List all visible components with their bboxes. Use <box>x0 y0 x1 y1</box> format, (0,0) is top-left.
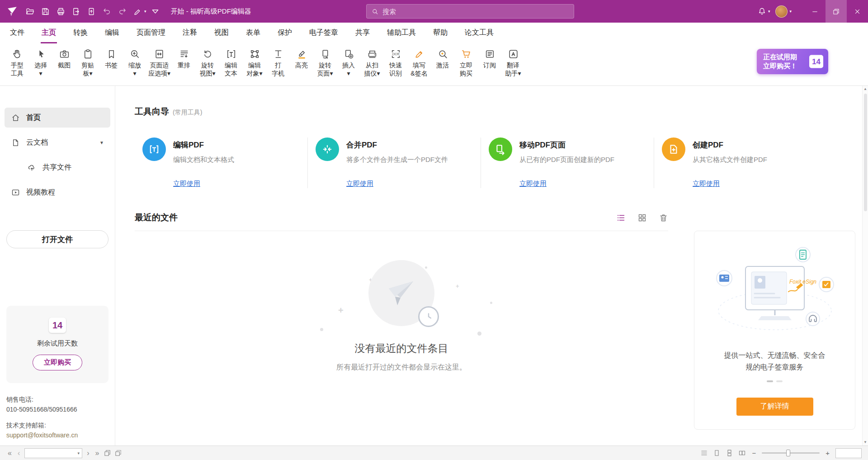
ribbon-tool-scanner[interactable]: 从扫描仪▾ <box>360 47 384 78</box>
learn-more-button[interactable]: 了解详情 <box>736 398 813 416</box>
sidebar-item-cloud-docs[interactable]: 云文档 ▼ <box>5 133 110 152</box>
menu-view[interactable]: 视图 <box>213 28 230 43</box>
menu-share[interactable]: 共享 <box>354 28 371 43</box>
create-pdf-use-now-link[interactable]: 立即使用 <box>693 180 720 188</box>
single-page-view-button[interactable] <box>713 449 721 457</box>
notifications-caret-icon[interactable]: ▾ <box>768 9 770 14</box>
first-page-button[interactable]: « <box>6 449 13 457</box>
menu-page-management[interactable]: 页面管理 <box>136 28 166 43</box>
save-icon[interactable] <box>38 3 53 19</box>
reading-mode-button[interactable] <box>700 449 708 457</box>
cascade-windows-button[interactable] <box>114 449 122 457</box>
scroll-down-button[interactable]: ▼ <box>863 439 867 446</box>
open-file-button[interactable]: 打开文件 <box>6 230 108 248</box>
ribbon-tool-select[interactable]: 选择▾ <box>29 47 52 78</box>
notifications-bell-icon[interactable] <box>755 3 769 19</box>
redo-icon[interactable] <box>115 3 130 19</box>
ribbon-tool-edit-object[interactable]: 编辑对象▾ <box>243 47 266 78</box>
ribbon-tool-rotate-pages[interactable]: 旋转页面▾ <box>313 47 337 78</box>
ribbon-tool-buy[interactable]: 立即购买 <box>454 47 478 78</box>
zoom-out-button[interactable]: − <box>751 449 757 457</box>
page-dropdown-caret-icon[interactable]: ▾ <box>75 451 82 455</box>
buy-now-button[interactable]: 立即购买 <box>33 355 82 370</box>
print-icon[interactable] <box>53 3 68 19</box>
cloud-docs-caret-icon[interactable]: ▼ <box>99 140 104 145</box>
facing-view-button[interactable] <box>738 449 746 457</box>
vertical-scrollbar[interactable]: ▲ ▼ <box>862 86 868 446</box>
menu-convert[interactable]: 转换 <box>72 28 89 43</box>
export-pdf-icon[interactable] <box>69 3 84 19</box>
user-avatar[interactable] <box>775 5 788 18</box>
ribbon-tool-clipboard[interactable]: 剪贴板▾ <box>76 47 99 78</box>
carousel-dot-active[interactable] <box>767 380 773 382</box>
zoom-slider-thumb[interactable] <box>786 450 790 456</box>
merge-pdf-use-now-link[interactable]: 立即使用 <box>346 180 373 188</box>
account-caret-icon[interactable]: ▾ <box>789 9 792 14</box>
list-view-button[interactable] <box>616 213 626 223</box>
tile-windows-button[interactable] <box>104 449 111 457</box>
ribbon-tool-hand[interactable]: 手型工具 <box>5 47 29 78</box>
sidebar-item-home[interactable]: 首页 <box>5 108 110 128</box>
fit-page-icon <box>154 47 165 61</box>
search-bar[interactable] <box>366 4 574 19</box>
trial-period-badge[interactable]: 正在试用期 立即购买！ 14 <box>757 49 828 74</box>
search-icon <box>371 8 379 15</box>
ribbon-tool-typewriter[interactable]: 打字机 <box>266 47 290 78</box>
ribbon-tool-rotate-view[interactable]: 旋转视图▾ <box>196 47 219 78</box>
sidebar-item-shared-files[interactable]: 共享文件 <box>5 157 110 177</box>
scrollbar-thumb[interactable] <box>864 94 867 211</box>
move-pages-use-now-link[interactable]: 立即使用 <box>519 180 547 188</box>
minimize-button[interactable] <box>804 0 826 23</box>
share-document-icon[interactable] <box>84 3 99 19</box>
ribbon-tool-reflow[interactable]: 重排 <box>172 47 196 78</box>
page-number-input[interactable] <box>25 450 75 456</box>
esign-caret-icon[interactable]: ▾ <box>144 9 146 14</box>
ribbon-tool-bookmark[interactable]: 书签 <box>99 47 123 78</box>
ribbon-tool-edit-text[interactable]: 编辑文本 <box>219 47 243 78</box>
esign-pen-icon[interactable] <box>130 3 145 19</box>
open-file-icon[interactable] <box>23 3 38 19</box>
menu-comment[interactable]: 注释 <box>182 28 198 43</box>
menu-paper-tools[interactable]: 论文工具 <box>464 28 495 43</box>
zoom-level-input[interactable] <box>836 449 861 458</box>
menu-form[interactable]: 表单 <box>245 28 261 43</box>
restore-button[interactable] <box>826 0 847 23</box>
menu-file[interactable]: 文件 <box>9 28 25 43</box>
menu-help[interactable]: 帮助 <box>432 28 448 43</box>
ribbon-tool-subscribe[interactable]: 订阅 <box>478 47 501 78</box>
menu-accessibility[interactable]: 辅助工具 <box>386 28 417 43</box>
zoom-level-box[interactable] <box>835 448 862 458</box>
page-number-box[interactable]: ▾ <box>24 448 82 458</box>
continuous-view-button[interactable] <box>726 449 733 457</box>
ribbon-tool-fill-sign[interactable]: 填写&签名 <box>407 47 431 78</box>
support-email-link[interactable]: support@foxitsoftware.cn <box>6 431 108 441</box>
ribbon-tool-translate[interactable]: 翻译助手▾ <box>501 47 525 78</box>
close-button[interactable] <box>847 0 868 23</box>
menu-protect[interactable]: 保护 <box>277 28 293 43</box>
menu-esign[interactable]: 电子签章 <box>308 28 339 43</box>
ribbon-tool-zoom[interactable]: 缩放▾ <box>123 47 146 78</box>
ribbon-tool-page-fit[interactable]: 页面适应选项▾ <box>146 47 172 78</box>
menu-home[interactable]: 主页 <box>41 28 57 43</box>
sidebar-item-video-tutorials[interactable]: 视频教程 <box>5 182 110 202</box>
ribbon-tool-insert[interactable]: 插入▾ <box>337 47 360 78</box>
last-page-button[interactable]: » <box>94 449 101 457</box>
edit-pdf-use-now-link[interactable]: 立即使用 <box>173 180 200 188</box>
next-page-button[interactable]: › <box>85 449 90 457</box>
tool-card-merge-pdf: 合并PDF 将多个文件合并生成一个PDF文件 立即使用 <box>308 138 481 188</box>
customize-toolbar-icon[interactable] <box>148 3 163 19</box>
clear-recent-trash-button[interactable] <box>659 213 668 223</box>
ribbon-tool-highlight[interactable]: 高亮 <box>290 47 313 78</box>
previous-page-button[interactable]: ‹ <box>16 449 21 457</box>
carousel-dot[interactable] <box>776 380 783 382</box>
ribbon-tool-ocr[interactable]: OCR 快速识别 <box>384 47 407 78</box>
menu-edit[interactable]: 编辑 <box>104 28 120 43</box>
zoom-slider[interactable] <box>762 452 820 454</box>
search-input[interactable] <box>382 8 569 15</box>
grid-view-button[interactable] <box>637 213 647 223</box>
zoom-in-button[interactable]: + <box>825 449 830 457</box>
undo-icon[interactable] <box>99 3 114 19</box>
ribbon-tool-activate[interactable]: 激活 <box>431 47 454 78</box>
ribbon-tool-snapshot[interactable]: 截图 <box>52 47 76 78</box>
scroll-up-button[interactable]: ▲ <box>863 86 867 92</box>
